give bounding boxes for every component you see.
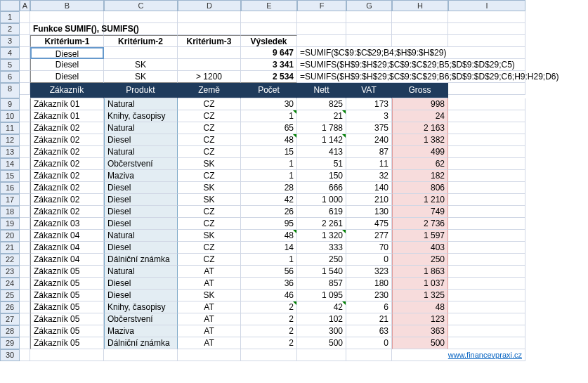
- cell-nett[interactable]: 1 095: [297, 290, 346, 301]
- cell-count[interactable]: 65: [241, 122, 297, 134]
- cell-customer[interactable]: Zákazník 03: [30, 218, 104, 230]
- cell-vat[interactable]: 0: [346, 337, 392, 349]
- cell[interactable]: [30, 11, 104, 23]
- column-header-H[interactable]: H: [392, 0, 448, 11]
- cell-vat[interactable]: 375: [346, 122, 392, 134]
- cell[interactable]: [104, 23, 178, 35]
- cell-product[interactable]: Natural: [104, 146, 178, 158]
- cell-vat[interactable]: 11: [346, 158, 392, 170]
- cell-customer[interactable]: Zákazník 02: [30, 170, 104, 182]
- cell-count[interactable]: 2: [241, 337, 297, 349]
- cell[interactable]: [20, 158, 30, 170]
- cell[interactable]: [448, 23, 525, 35]
- cell[interactable]: [297, 349, 346, 361]
- cell[interactable]: [448, 266, 525, 278]
- row-header-23[interactable]: 23: [0, 266, 20, 278]
- cell-vat[interactable]: 475: [346, 218, 392, 230]
- cell[interactable]: [448, 325, 525, 337]
- cell-nett[interactable]: 300: [297, 325, 346, 337]
- cell[interactable]: [20, 313, 30, 325]
- cell-country[interactable]: AT: [178, 301, 241, 313]
- cell-vat[interactable]: 230: [346, 290, 392, 301]
- row-header-2[interactable]: 2: [0, 23, 20, 35]
- cell-count[interactable]: 42: [241, 194, 297, 206]
- cell-nett[interactable]: 666: [297, 182, 346, 194]
- cell[interactable]: [346, 349, 392, 361]
- cell-country[interactable]: CZ: [178, 98, 241, 110]
- cell-customer[interactable]: Zákazník 04: [30, 242, 104, 254]
- cell-vat[interactable]: 173: [346, 98, 392, 110]
- cell-gross[interactable]: 1 863: [392, 266, 448, 278]
- cell-product[interactable]: Natural: [104, 98, 178, 110]
- column-header-A[interactable]: A: [20, 0, 30, 11]
- cell-vat[interactable]: 6: [346, 301, 392, 313]
- cell-gross[interactable]: 62: [392, 158, 448, 170]
- cell[interactable]: [178, 23, 241, 35]
- cell[interactable]: [448, 194, 525, 206]
- row-header-13[interactable]: 13: [0, 146, 20, 158]
- cell-product[interactable]: Natural: [104, 122, 178, 134]
- cell-product[interactable]: Diesel: [104, 290, 178, 301]
- cell-count[interactable]: 48: [241, 230, 297, 242]
- cell[interactable]: [20, 301, 30, 313]
- cell-nett[interactable]: 51: [297, 158, 346, 170]
- cell[interactable]: [448, 230, 525, 242]
- row-header-12[interactable]: 12: [0, 134, 20, 146]
- row-header-24[interactable]: 24: [0, 278, 20, 290]
- cell-product[interactable]: Diesel: [104, 206, 178, 218]
- cell-vat[interactable]: 70: [346, 242, 392, 254]
- cell-customer[interactable]: Zákazník 01: [30, 110, 104, 122]
- row-header-5[interactable]: 5: [0, 59, 20, 71]
- cell[interactable]: [448, 11, 525, 23]
- cell-vat[interactable]: 21: [346, 313, 392, 325]
- cell-nett[interactable]: 250: [297, 254, 346, 266]
- cell-gross[interactable]: 1 325: [392, 290, 448, 301]
- cell-nett[interactable]: 1 000: [297, 194, 346, 206]
- cell-nett[interactable]: 1 142: [297, 134, 346, 146]
- cell-nett[interactable]: 21: [297, 110, 346, 122]
- row-header-22[interactable]: 22: [0, 254, 20, 266]
- cell-vat[interactable]: 323: [346, 266, 392, 278]
- row-header-20[interactable]: 20: [0, 230, 20, 242]
- row-header-15[interactable]: 15: [0, 170, 20, 182]
- cell-country[interactable]: SK: [178, 194, 241, 206]
- cell-count[interactable]: 14: [241, 242, 297, 254]
- cell-count[interactable]: 2: [241, 313, 297, 325]
- cell[interactable]: [448, 337, 525, 349]
- cell[interactable]: [297, 23, 346, 35]
- cell-count[interactable]: 2: [241, 301, 297, 313]
- cell-product[interactable]: Občerstvení: [104, 313, 178, 325]
- cell-country[interactable]: AT: [178, 278, 241, 290]
- cell[interactable]: [20, 122, 30, 134]
- column-header-C[interactable]: C: [104, 0, 178, 11]
- criteria-2[interactable]: SK: [104, 71, 178, 83]
- cell-gross[interactable]: 182: [392, 170, 448, 182]
- cell-count[interactable]: 1: [241, 110, 297, 122]
- cell-vat[interactable]: 180: [346, 278, 392, 290]
- cell[interactable]: [20, 266, 30, 278]
- row-header-9[interactable]: 9: [0, 98, 20, 110]
- cell[interactable]: [178, 11, 241, 23]
- criteria-3[interactable]: [178, 47, 241, 59]
- cell[interactable]: [20, 182, 30, 194]
- cell-country[interactable]: CZ: [178, 134, 241, 146]
- cell-customer[interactable]: Zákazník 05: [30, 266, 104, 278]
- cell-count[interactable]: 56: [241, 266, 297, 278]
- cell-vat[interactable]: 0: [346, 254, 392, 266]
- row-header-29[interactable]: 29: [0, 337, 20, 349]
- column-header-I[interactable]: I: [448, 0, 525, 11]
- cell-customer[interactable]: Zákazník 05: [30, 278, 104, 290]
- cell[interactable]: [20, 71, 30, 83]
- cell-nett[interactable]: 619: [297, 206, 346, 218]
- cell-nett[interactable]: 825: [297, 98, 346, 110]
- cell[interactable]: [346, 35, 392, 47]
- criteria-2[interactable]: [104, 47, 178, 59]
- cell-country[interactable]: CZ: [178, 218, 241, 230]
- cell-customer[interactable]: Zákazník 02: [30, 158, 104, 170]
- row-header-21[interactable]: 21: [0, 242, 20, 254]
- cell[interactable]: [346, 23, 392, 35]
- criteria-1[interactable]: Diesel: [30, 59, 104, 71]
- cell-vat[interactable]: 87: [346, 146, 392, 158]
- cell-gross[interactable]: 499: [392, 146, 448, 158]
- cell-customer[interactable]: Zákazník 02: [30, 134, 104, 146]
